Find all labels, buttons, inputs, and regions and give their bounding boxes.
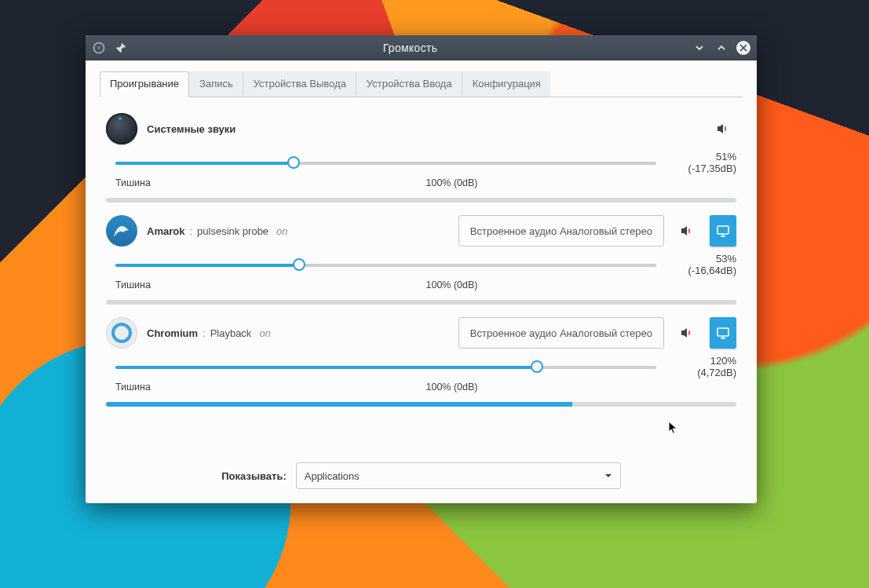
device-select-value: Встроенное аудио Аналоговый стерео: [470, 225, 652, 237]
close-button[interactable]: [735, 39, 752, 57]
app-name: Системные звуки: [147, 123, 236, 135]
stream-amarok: Amarok:pulsesink probeonВстроенное аудио…: [100, 207, 743, 305]
stream-title: Chromium:Playbackon: [147, 327, 271, 339]
volume-value: 51% (-17,35dB): [670, 151, 736, 174]
svg-rect-2: [717, 226, 728, 234]
stream-divider: [106, 300, 736, 305]
monitor-icon: [716, 326, 730, 340]
stream-state: on: [259, 327, 270, 339]
stream-chromium: Chromium:PlaybackonВстроенное аудио Анал…: [100, 309, 743, 407]
stream-divider: [106, 198, 736, 203]
device-select[interactable]: Встроенное аудио Аналоговый стерео: [458, 215, 664, 247]
level-meter: [106, 402, 736, 407]
tab-Устройства Вывода[interactable]: Устройства Вывода: [243, 71, 356, 97]
tab-Запись[interactable]: Запись: [189, 71, 243, 97]
mute-button[interactable]: [674, 215, 700, 247]
volume-slider[interactable]: [115, 360, 656, 374]
scale-nominal: 100% (0dB): [426, 177, 478, 188]
monitor-icon: [716, 224, 730, 238]
scale-silence: Тишина: [115, 279, 151, 290]
device-select[interactable]: Встроенное аудио Аналоговый стерео: [458, 317, 664, 349]
show-combobox-value: Applications: [305, 470, 360, 482]
mute-button[interactable]: [674, 317, 700, 349]
speaker-mute-icon: [679, 223, 695, 239]
monitor-toggle[interactable]: [710, 215, 736, 247]
maximize-button[interactable]: [713, 39, 730, 57]
volume-slider[interactable]: [115, 155, 656, 170]
volume-value: 53% (-16,64dB): [670, 253, 736, 276]
stream-system-sounds: Системные звуки51% (-17,35dB)Тишина100% …: [100, 105, 743, 203]
chevron-down-icon: [604, 472, 612, 480]
tab-Конфигурация[interactable]: Конфигурация: [462, 71, 550, 97]
app-icon-chromium: [106, 317, 137, 349]
speaker-mute-icon: [679, 325, 695, 341]
minimize-button[interactable]: [691, 39, 708, 57]
volume-slider[interactable]: [115, 257, 656, 272]
stream-title: Системные звуки: [147, 123, 236, 135]
app-icon-amarok: [106, 215, 137, 247]
svg-rect-3: [717, 328, 728, 336]
stream-desc: Playback: [210, 327, 252, 339]
scale-silence: Тишина: [115, 177, 151, 188]
pin-icon[interactable]: [112, 39, 130, 57]
app-menu-icon[interactable]: [90, 39, 108, 57]
streams-list: Системные звуки51% (-17,35dB)Тишина100% …: [100, 105, 743, 407]
window-title: Громкость: [130, 42, 691, 54]
stream-title: Amarok:pulsesink probeon: [147, 225, 288, 237]
tab-Проигрывание[interactable]: Проигрывание: [100, 71, 189, 97]
tab-bar: ПроигрываниеЗаписьУстройства ВыводаУстро…: [100, 71, 743, 97]
volume-value: 120% (4,72dB): [670, 355, 736, 378]
show-combobox[interactable]: Applications: [296, 462, 621, 489]
mute-button[interactable]: [710, 113, 736, 144]
app-name: Chromium: [147, 327, 198, 339]
tab-Устройства Ввода[interactable]: Устройства Ввода: [356, 71, 462, 97]
show-label: Показывать:: [221, 470, 286, 482]
app-icon-system-sounds: [106, 113, 137, 144]
volume-control-window: Громкость ПроигрываниеЗаписьУстройства В…: [86, 35, 757, 503]
app-name: Amarok: [147, 225, 184, 237]
scale-nominal: 100% (0dB): [426, 382, 478, 393]
scale-nominal: 100% (0dB): [426, 279, 478, 290]
titlebar[interactable]: Громкость: [86, 35, 757, 60]
speaker-mute-icon: [715, 121, 731, 137]
device-select-value: Встроенное аудио Аналоговый стерео: [470, 327, 652, 339]
stream-desc: pulsesink probe: [197, 225, 268, 237]
content-area: ПроигрываниеЗаписьУстройства ВыводаУстро…: [86, 60, 757, 503]
scale-silence: Тишина: [115, 382, 151, 393]
monitor-toggle[interactable]: [710, 317, 736, 349]
stream-state: on: [276, 225, 287, 237]
footer-bar: Показывать: Applications: [100, 444, 743, 489]
svg-point-1: [97, 46, 100, 49]
